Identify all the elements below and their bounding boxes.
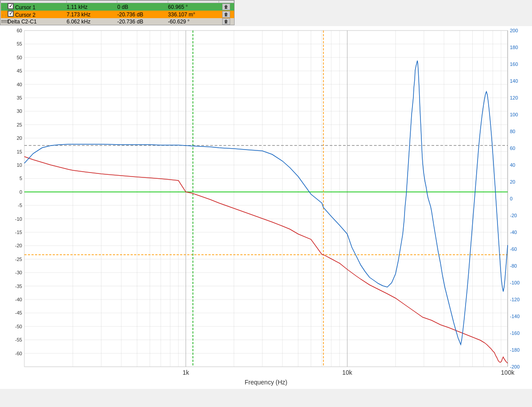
svg-text:-60: -60 <box>510 246 517 252</box>
svg-text:-40: -40 <box>510 230 517 235</box>
svg-text:120: 120 <box>510 95 518 100</box>
svg-text:60: 60 <box>17 28 22 33</box>
svg-text:-100: -100 <box>510 280 520 285</box>
svg-text:-40: -40 <box>15 297 22 302</box>
svg-text:-30: -30 <box>15 270 22 275</box>
svg-text:55: 55 <box>17 41 22 46</box>
svg-text:-140: -140 <box>510 314 520 319</box>
svg-text:15: 15 <box>17 149 22 154</box>
svg-text:-35: -35 <box>15 284 22 289</box>
svg-text:50: 50 <box>17 55 22 60</box>
svg-text:40: 40 <box>17 82 22 87</box>
svg-text:80: 80 <box>510 129 515 134</box>
chart-plot-area[interactable]: 1k 10k 100k 60 55 50 45 40 35 30 25 20 1… <box>24 31 508 367</box>
x-tick-1k: 1k <box>182 369 189 376</box>
cursor-row-delta: ⠿⠿⠿ Delta C2-C1 6.062 kHz -20.736 dB -60… <box>1 18 234 25</box>
cursor-label-cell[interactable]: ⋮⋮ Cursor 1 <box>1 3 67 11</box>
cursor-label-text: Delta C2-C1 <box>8 19 37 25</box>
svg-text:-80: -80 <box>510 263 517 269</box>
cursor-delete-button[interactable]: 🗑 <box>222 18 230 25</box>
cursor-label-text: Cursor 1 <box>15 4 35 11</box>
cursor-trace1: -20.736 dB <box>117 11 168 18</box>
cursor-frequency: 7.173 kHz <box>66 11 117 18</box>
cursor-delete-cell: 🗑 <box>219 3 234 11</box>
svg-text:160: 160 <box>510 61 518 67</box>
svg-text:20: 20 <box>17 135 22 141</box>
x-tick-10k: 10k <box>342 369 353 376</box>
svg-text:-20: -20 <box>15 243 22 248</box>
svg-text:Frequency (Hz): Frequency (Hz) <box>245 379 287 386</box>
cursor-delete-button[interactable]: 🗑 <box>222 4 230 10</box>
cursor-delete-cell: 🗑 <box>219 18 234 25</box>
svg-text:100: 100 <box>510 112 518 117</box>
svg-text:-25: -25 <box>15 257 22 262</box>
x-tick-100k: 100k <box>501 369 515 376</box>
svg-text:-180: -180 <box>510 347 520 353</box>
svg-text:200: 200 <box>510 28 518 33</box>
svg-text:-15: -15 <box>15 230 22 235</box>
dots-icon: ⠿⠿⠿ <box>1 19 6 24</box>
cursor-label-cell[interactable]: ⋮⋮ Cursor 2 <box>1 11 67 18</box>
cursor-delete-button[interactable]: 🗑 <box>222 11 230 18</box>
svg-text:60: 60 <box>510 146 515 151</box>
cursor-delete-cell: 🗑 <box>219 11 234 18</box>
svg-text:10: 10 <box>17 162 22 168</box>
svg-text:30: 30 <box>17 108 22 114</box>
cursor-checkbox[interactable] <box>8 11 14 17</box>
svg-text:0: 0 <box>510 196 513 201</box>
dots-icon: ⋮⋮ <box>1 14 6 18</box>
svg-text:-60: -60 <box>15 351 22 356</box>
svg-text:45: 45 <box>17 68 22 73</box>
svg-text:0: 0 <box>19 189 22 195</box>
cursor-frequency: 6.062 kHz <box>66 18 117 25</box>
chart-container: 1k 10k 100k 60 55 50 45 40 35 30 25 20 1… <box>0 26 532 389</box>
cursor-row-cursor1: ⋮⋮ Cursor 1 1.11 kHz 0 dB 60.965 ° 🗑 <box>1 3 234 11</box>
svg-text:-10: -10 <box>15 216 22 222</box>
svg-text:-5: -5 <box>18 203 22 208</box>
cursor-trace1: 0 dB <box>117 3 168 11</box>
svg-text:180: 180 <box>510 45 518 50</box>
cursor-trace1: -20.736 dB <box>117 18 168 25</box>
svg-text:-45: -45 <box>15 310 22 315</box>
cursor-trace2: 60.965 ° <box>168 3 219 11</box>
svg-rect-0 <box>24 31 508 367</box>
svg-text:-160: -160 <box>510 330 520 336</box>
svg-text:40: 40 <box>510 162 515 168</box>
svg-text:-50: -50 <box>15 324 22 329</box>
cursor-label-text: Cursor 2 <box>15 12 35 18</box>
cursor-frequency: 1.11 kHz <box>66 3 117 11</box>
cursor-trace2: 336.107 m° <box>168 11 219 18</box>
cursor-label-cell: ⠿⠿⠿ Delta C2-C1 <box>1 18 67 25</box>
cursor-trace2: -60.629 ° <box>168 18 219 25</box>
svg-text:-20: -20 <box>510 213 517 218</box>
svg-text:20: 20 <box>510 179 515 184</box>
svg-text:25: 25 <box>17 122 22 127</box>
cursor-table: ⋮⋮ Cursor 1 1.11 kHz 0 dB 60.965 ° 🗑 ⋮⋮ … <box>0 0 235 25</box>
cursor-row-cursor2: ⋮⋮ Cursor 2 7.173 kHz -20.736 dB 336.107… <box>1 11 234 18</box>
svg-text:-55: -55 <box>15 337 22 342</box>
dots-icon: ⋮⋮ <box>1 6 6 10</box>
cursor-checkbox[interactable] <box>8 3 14 9</box>
svg-text:-200: -200 <box>510 364 520 369</box>
svg-text:35: 35 <box>17 95 22 100</box>
svg-text:-120: -120 <box>510 297 520 302</box>
svg-text:5: 5 <box>19 176 22 181</box>
svg-text:140: 140 <box>510 78 518 84</box>
